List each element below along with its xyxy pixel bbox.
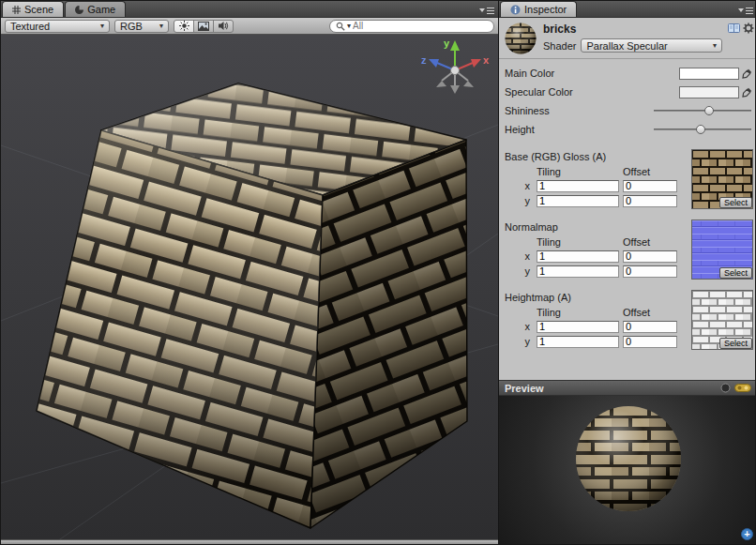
- preview-mesh-icon[interactable]: [720, 383, 731, 393]
- render-mode-dropdown[interactable]: RGB ▾: [114, 20, 169, 33]
- base-tiling-x-input[interactable]: [537, 180, 619, 192]
- negative-axis-cone[interactable]: [463, 81, 474, 87]
- eyedropper-icon[interactable]: [741, 68, 753, 80]
- help-book-icon[interactable]: [728, 23, 740, 34]
- shader-label: Shader: [543, 40, 576, 52]
- base-tiling-y-input[interactable]: [537, 195, 619, 207]
- x-row-label: x: [505, 249, 537, 264]
- tab-scene[interactable]: Scene: [2, 1, 64, 17]
- scene-search-input[interactable]: [353, 21, 488, 31]
- offset-header: Offset: [623, 235, 681, 249]
- tab-game-label: Game: [87, 4, 115, 15]
- slider-thumb[interactable]: [704, 106, 714, 115]
- preview-title: Preview: [505, 383, 544, 394]
- scene-lighting-toggle[interactable]: [174, 20, 194, 33]
- heightmap-tiling-x-input[interactable]: [537, 321, 619, 333]
- slider-track[interactable]: [654, 110, 751, 112]
- base-offset-y-input[interactable]: [623, 195, 677, 207]
- height-slider[interactable]: [654, 123, 751, 136]
- gizmo-z-label: z: [421, 54, 427, 66]
- offset-header: Offset: [623, 306, 681, 319]
- base-texture-thumbnail[interactable]: Select: [691, 149, 753, 209]
- normalmap-tiling-y-input[interactable]: [537, 265, 619, 278]
- normalmap-offset-y-input[interactable]: [623, 265, 677, 278]
- specular-color-row: Specular Color: [505, 83, 753, 101]
- scene-panel: Scene Game Textured ▾ RGB ▾: [1, 1, 498, 544]
- scene-panel-menu-icon[interactable]: [478, 5, 495, 15]
- chevron-down-icon: ▾: [159, 23, 163, 30]
- scene-grid-icon: [12, 6, 21, 14]
- shader-dropdown[interactable]: Parallax Specular ▾: [581, 38, 722, 53]
- main-color-row: Main Color: [505, 64, 753, 83]
- render-mode-label: RGB: [120, 21, 143, 32]
- gizmo-center[interactable]: [451, 67, 460, 75]
- scene-search-box[interactable]: ▾: [329, 20, 494, 33]
- negative-axis-cone[interactable]: [436, 81, 446, 87]
- normalmap-tiling-x-input[interactable]: [537, 250, 619, 263]
- search-icon: [336, 22, 345, 31]
- x-row-label: x: [505, 178, 537, 193]
- inspector-tabbar: Inspector: [499, 1, 756, 18]
- shininess-slider[interactable]: [654, 104, 751, 117]
- sun-icon: [179, 21, 189, 31]
- draw-mode-dropdown[interactable]: Textured ▾: [5, 20, 110, 33]
- x-axis-cone[interactable]: [471, 59, 481, 68]
- chevron-down-icon: ▾: [713, 42, 717, 50]
- normalmap-offset-x-input[interactable]: [623, 250, 677, 263]
- height-row: Height: [505, 120, 753, 139]
- scene-viewport[interactable]: y x z: [1, 35, 498, 539]
- preview-header[interactable]: Preview: [499, 380, 756, 396]
- gizmo-x-label: x: [483, 54, 490, 66]
- base-offset-x-input[interactable]: [623, 180, 677, 192]
- material-properties: Main Color Specular Color Shininess: [499, 59, 756, 139]
- scene-audio-toggle[interactable]: [213, 20, 234, 33]
- info-icon: [510, 5, 521, 15]
- main-color-label: Main Color: [505, 68, 679, 79]
- material-sphere-thumbnail: [504, 22, 537, 55]
- slider-thumb[interactable]: [696, 125, 705, 134]
- normalmap-select-button[interactable]: Select: [719, 267, 752, 279]
- normalmap-thumbnail[interactable]: Select: [691, 220, 753, 280]
- image-icon: [198, 22, 209, 31]
- tiling-header: Tiling: [537, 235, 623, 249]
- gear-icon[interactable]: [743, 23, 754, 34]
- preview-light-toggle[interactable]: [734, 383, 751, 393]
- brick-cube[interactable]: [1, 35, 498, 539]
- heightmap-tiling-y-input[interactable]: [537, 336, 619, 348]
- specular-color-swatch[interactable]: [679, 86, 739, 98]
- z-axis-cone[interactable]: [429, 59, 439, 68]
- x-row-label: x: [505, 319, 537, 334]
- heightmap-select-button[interactable]: Select: [719, 338, 752, 349]
- heightmap-offset-x-input[interactable]: [623, 321, 677, 333]
- heightmap-thumbnail[interactable]: Select: [691, 290, 753, 350]
- texture-section-normalmap: Normalmap Tiling Offset x y Select: [499, 220, 756, 280]
- specular-color-label: Specular Color: [505, 86, 679, 98]
- y-row-label: y: [505, 264, 537, 279]
- shininess-label: Shininess: [505, 105, 654, 116]
- orientation-gizmo[interactable]: y x z: [419, 35, 491, 106]
- unity-editor-window: Scene Game Textured ▾ RGB ▾: [0, 0, 756, 545]
- tiling-header: Tiling: [537, 306, 623, 319]
- scene-skybox-toggle[interactable]: [193, 20, 214, 33]
- heightmap-offset-y-input[interactable]: [623, 336, 677, 348]
- preview-body[interactable]: +: [499, 396, 756, 544]
- eyedropper-icon[interactable]: [741, 86, 753, 98]
- scene-view-toggles: [174, 20, 234, 33]
- inspector-panel-menu-icon[interactable]: [737, 5, 754, 15]
- y-axis-cone[interactable]: [450, 40, 460, 51]
- tiling-header: Tiling: [537, 165, 623, 178]
- texture-section-heightmap: Heightmap (A) Tiling Offset x y Select: [499, 290, 756, 350]
- heightmap-label: Heightmap (A): [505, 290, 691, 306]
- main-color-swatch[interactable]: [679, 68, 739, 80]
- tab-inspector-label: Inspector: [524, 4, 567, 15]
- preview-sphere[interactable]: [574, 404, 683, 513]
- game-icon: [75, 6, 83, 14]
- tab-game[interactable]: Game: [65, 1, 126, 17]
- texture-section-base: Base (RGB) Gloss (A) Tiling Offset x y S…: [499, 149, 756, 209]
- preview-add-icon[interactable]: +: [741, 528, 753, 540]
- tab-inspector[interactable]: Inspector: [500, 1, 577, 17]
- y-row-label: y: [505, 193, 537, 208]
- shader-value: Parallax Specular: [586, 40, 667, 52]
- negative-axis-cone[interactable]: [450, 85, 460, 94]
- base-texture-select-button[interactable]: Select: [719, 197, 752, 208]
